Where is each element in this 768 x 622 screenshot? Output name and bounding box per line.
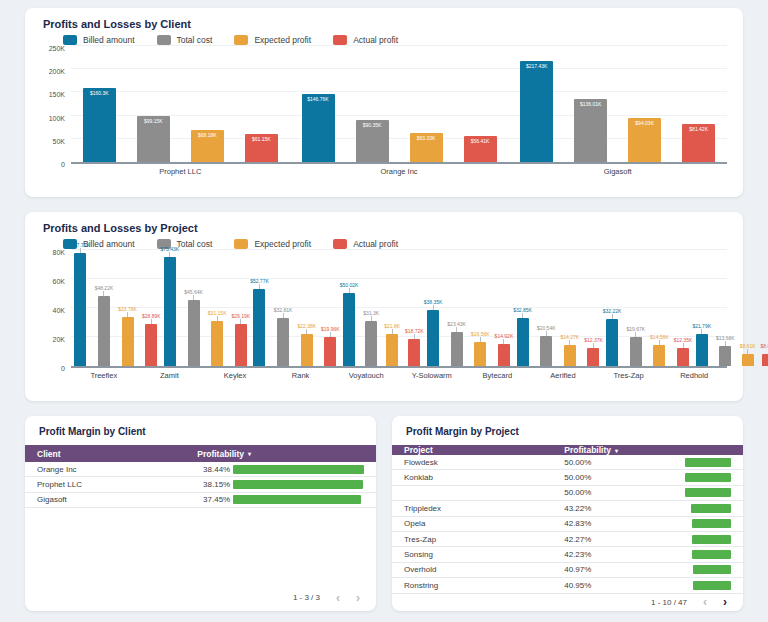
bar-actual-profit-y-solowarm[interactable]: $12.37K <box>584 252 603 366</box>
bars-area: $77.71K$48.22K$33.78K$28.89K$75.43K$45.6… <box>71 252 727 366</box>
bar-actual-profit-bytecard[interactable]: $12.35K <box>674 252 693 366</box>
bar-total-cost-bytecard[interactable]: $19.67K <box>626 252 645 366</box>
pagination-next-icon[interactable]: › <box>723 598 727 606</box>
pagination-prev-icon[interactable]: ‹ <box>703 598 707 606</box>
column-header-project[interactable]: Project <box>404 445 564 455</box>
bar-rect <box>517 318 529 366</box>
bar-actual-profit-keylex[interactable]: $19.96K <box>321 252 340 366</box>
bar-rect <box>564 345 576 366</box>
table-row-blank[interactable]: 50.00% <box>392 486 743 501</box>
bar-total-cost-y-solowarm[interactable]: $20.54K <box>537 252 556 366</box>
bar-billed-amount-voyatouch[interactable]: $38.35K <box>424 252 443 366</box>
table-row-orange-inc[interactable]: Orange Inc38.44% <box>25 462 376 477</box>
legend-item-actual-profit[interactable]: Actual profit <box>333 35 398 45</box>
bar-total-cost-zamit[interactable]: $45.64K <box>184 252 203 366</box>
profits-losses-by-client-card: Profits and Losses by Client Billed amou… <box>25 8 743 197</box>
bar-value-label: $56.41K <box>464 136 497 144</box>
bar-rect <box>145 324 157 366</box>
table-row-sonsing[interactable]: Sonsing42.23% <box>392 547 743 562</box>
legend-item-actual-profit[interactable]: Actual profit <box>333 239 398 249</box>
label-connector <box>371 316 372 321</box>
bar-expected-profit-treeflex[interactable]: $33.78K <box>118 252 137 366</box>
bar-actual-profit-prophet-llc[interactable]: $61.15K <box>245 48 278 162</box>
legend-item-billed-amount[interactable]: Billed amount <box>63 35 135 45</box>
bar-group-aerified: $21.79K$13.68K$8.61K$8.07K <box>692 252 768 366</box>
bar-total-cost-gigasoft[interactable]: $136.01K <box>574 48 607 162</box>
bar-actual-profit-voyatouch[interactable]: $14.92K <box>495 252 514 366</box>
bar-actual-profit-orange-inc[interactable]: $56.41K <box>464 48 497 162</box>
bar-rect: $99.15K <box>137 116 170 162</box>
bar-actual-profit-treeflex[interactable]: $28.89K <box>142 252 161 366</box>
profit-margin-by-project-card: Profit Margin by Project Project Profita… <box>392 416 743 611</box>
pagination-range: 1 - 10 / 47 <box>651 598 687 607</box>
bar-actual-profit-zamit[interactable]: $29.19K <box>231 252 250 366</box>
x-axis-label-redhold: Redhold <box>661 371 727 380</box>
bar-expected-profit-bytecard[interactable]: $14.58K <box>650 252 669 366</box>
bar-actual-profit-rank[interactable]: $18.72K <box>405 252 424 366</box>
bar-total-cost-voyatouch[interactable]: $23.43K <box>447 252 466 366</box>
profitability-bar-track <box>685 535 731 544</box>
column-header-client[interactable]: Client <box>37 449 197 459</box>
bar-total-cost-aerified[interactable]: $13.68K <box>716 252 735 366</box>
bar-expected-profit-voyatouch[interactable]: $16.56K <box>471 252 490 366</box>
table-row-tres-zap[interactable]: Tres-Zap42.27% <box>392 532 743 547</box>
bar-expected-profit-rank[interactable]: $21.8K <box>384 252 400 366</box>
label-connector <box>747 349 748 354</box>
x-axis-label-zamit: Zamit <box>137 371 203 380</box>
bar-total-cost-orange-inc[interactable]: $90.35K <box>356 48 389 162</box>
bar-billed-amount-bytecard[interactable]: $32.22K <box>603 252 622 366</box>
bar-expected-profit-aerified[interactable]: $8.61K <box>740 252 756 366</box>
table-row-prophet-llc[interactable]: Prophet LLC38.15% <box>25 477 376 492</box>
legend-item-expected-profit[interactable]: Expected profit <box>234 239 311 249</box>
bar-billed-amount-gigasoft[interactable]: $217.43K <box>520 48 553 162</box>
profitability-bar-track <box>233 480 364 489</box>
bar-value-label: $81.42K <box>682 124 715 132</box>
table-row-gigasoft[interactable]: Gigasoft37.45% <box>25 493 376 508</box>
bar-total-cost-keylex[interactable]: $32.81K <box>274 252 293 366</box>
bar-rect: $63.33K <box>410 133 443 162</box>
table-row-opela[interactable]: Opela42.83% <box>392 517 743 532</box>
table-row-konklab[interactable]: Konklab50.00% <box>392 470 743 485</box>
bar-value-label: $160.3K <box>83 88 116 96</box>
bar-expected-profit-y-solowarm[interactable]: $14.27K <box>561 252 580 366</box>
bar-billed-amount-aerified[interactable]: $21.79K <box>692 252 711 366</box>
bar-billed-amount-orange-inc[interactable]: $146.76K <box>302 48 335 162</box>
bar-billed-amount-y-solowarm[interactable]: $32.85K <box>513 252 532 366</box>
plot-area: $160.3K$99.15K$68.18K$61.15K$146.76K$90.… <box>71 48 727 164</box>
table-body: Flowdesk50.00%Konklab50.00%50.00%Tripple… <box>392 455 743 594</box>
table-row-ronstring[interactable]: Ronstring40.95% <box>392 578 743 593</box>
table-header: Client Profitability ▾ <box>25 445 376 462</box>
cell-name: Orange Inc <box>37 465 197 474</box>
bar-billed-amount-rank[interactable]: $50.02K <box>340 252 359 366</box>
bar-actual-profit-gigasoft[interactable]: $81.42K <box>682 48 715 162</box>
bar-billed-amount-treeflex[interactable]: $77.71K <box>71 252 90 366</box>
legend-item-expected-profit[interactable]: Expected profit <box>234 35 311 45</box>
bar-billed-amount-zamit[interactable]: $75.43K <box>161 252 180 366</box>
pagination-prev-icon[interactable]: ‹ <box>336 594 340 602</box>
bar-rect <box>540 336 552 366</box>
bar-actual-profit-aerified[interactable]: $8.07K <box>761 252 768 366</box>
pagination-next-icon[interactable]: › <box>356 594 360 602</box>
bar-expected-profit-gigasoft[interactable]: $94.03K <box>628 48 661 162</box>
y-axis-tick: 60K <box>53 278 65 285</box>
bar-expected-profit-keylex[interactable]: $22.38K <box>297 252 316 366</box>
legend-item-total-cost[interactable]: Total cost <box>157 35 213 45</box>
bar-total-cost-rank[interactable]: $31.3K <box>363 252 379 366</box>
bar-expected-profit-prophet-llc[interactable]: $68.18K <box>191 48 224 162</box>
bar-total-cost-treeflex[interactable]: $48.22K <box>95 252 114 366</box>
y-axis-tick: 40K <box>53 307 65 314</box>
bar-billed-amount-keylex[interactable]: $52.77K <box>250 252 269 366</box>
table-row-flowdesk[interactable]: Flowdesk50.00% <box>392 455 743 470</box>
bar-group-bytecard: $32.22K$19.67K$14.58K$12.35K <box>603 252 693 366</box>
bar-expected-profit-orange-inc[interactable]: $63.33K <box>410 48 443 162</box>
column-header-profitability[interactable]: Profitability ▾ <box>564 445 731 455</box>
y-axis-tick: 50K <box>53 138 65 145</box>
cell-profitability-value: 38.15% <box>197 480 233 489</box>
table-row-overhold[interactable]: Overhold40.97% <box>392 563 743 578</box>
column-header-profitability[interactable]: Profitability ▾ <box>197 449 364 459</box>
bar-total-cost-prophet-llc[interactable]: $99.15K <box>137 48 170 162</box>
bar-billed-amount-prophet-llc[interactable]: $160.3K <box>83 48 116 162</box>
bar-expected-profit-zamit[interactable]: $31.15K <box>208 252 227 366</box>
table-row-trippledex[interactable]: Trippledex43.22% <box>392 501 743 516</box>
cell-name: Prophet LLC <box>37 480 197 489</box>
